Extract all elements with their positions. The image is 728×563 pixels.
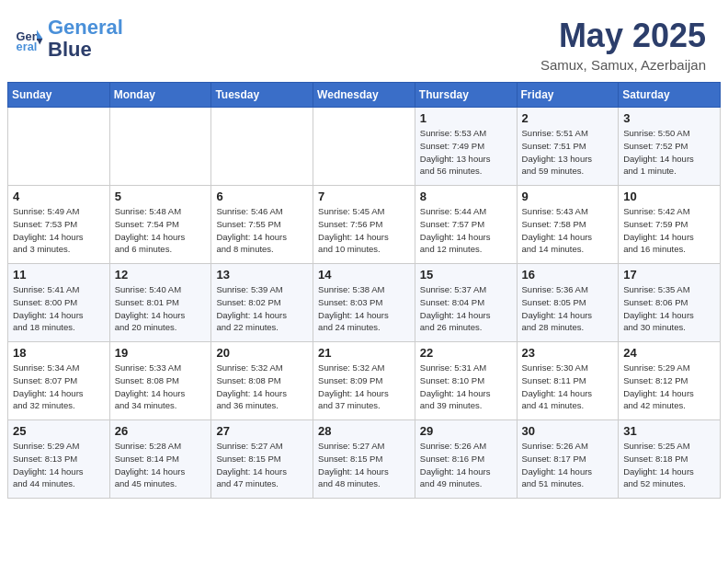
day-number: 22	[420, 346, 512, 360]
day-cell-1-5: 9Sunrise: 5:43 AMSunset: 7:58 PMDaylight…	[517, 186, 619, 264]
day-number: 12	[115, 268, 207, 282]
day-cell-4-2: 27Sunrise: 5:27 AMSunset: 8:15 PMDayligh…	[211, 420, 313, 499]
col-saturday: Saturday	[619, 83, 721, 108]
day-number: 29	[420, 424, 512, 438]
day-number: 2	[522, 111, 614, 125]
day-info: Sunrise: 5:39 AMSunset: 8:02 PMDaylight:…	[216, 283, 308, 334]
day-number: 4	[13, 190, 105, 203]
week-row-4: 18Sunrise: 5:34 AMSunset: 8:07 PMDayligh…	[8, 342, 721, 420]
day-cell-0-1	[109, 108, 211, 186]
day-info: Sunrise: 5:32 AMSunset: 8:08 PMDaylight:…	[216, 362, 308, 412]
day-info: Sunrise: 5:37 AMSunset: 8:04 PMDaylight:…	[420, 283, 512, 334]
day-cell-0-2	[211, 108, 313, 186]
calendar-table: Sunday Monday Tuesday Wednesday Thursday…	[7, 82, 721, 499]
week-row-5: 25Sunrise: 5:29 AMSunset: 8:13 PMDayligh…	[8, 420, 721, 499]
day-info: Sunrise: 5:46 AMSunset: 7:55 PMDaylight:…	[216, 205, 308, 256]
day-cell-4-3: 28Sunrise: 5:27 AMSunset: 8:15 PMDayligh…	[313, 420, 415, 499]
day-number: 21	[318, 346, 410, 360]
svg-text:eral: eral	[17, 40, 38, 53]
day-number: 3	[623, 111, 715, 125]
day-number: 26	[115, 424, 207, 438]
day-cell-4-4: 29Sunrise: 5:26 AMSunset: 8:16 PMDayligh…	[415, 420, 517, 499]
col-monday: Monday	[109, 83, 211, 108]
day-info: Sunrise: 5:27 AMSunset: 8:15 PMDaylight:…	[318, 440, 410, 490]
page-header: Gen eral GeneralBlue May 2025 Samux, Sam…	[0, 0, 728, 82]
day-cell-3-6: 24Sunrise: 5:29 AMSunset: 8:12 PMDayligh…	[619, 342, 721, 420]
day-info: Sunrise: 5:38 AMSunset: 8:03 PMDaylight:…	[318, 283, 410, 334]
calendar-header: Sunday Monday Tuesday Wednesday Thursday…	[8, 83, 721, 108]
calendar-container: Sunday Monday Tuesday Wednesday Thursday…	[0, 82, 728, 506]
day-number: 13	[216, 268, 308, 282]
day-info: Sunrise: 5:29 AMSunset: 8:13 PMDaylight:…	[13, 440, 105, 490]
day-cell-2-5: 16Sunrise: 5:36 AMSunset: 8:05 PMDayligh…	[517, 264, 619, 342]
day-number: 30	[522, 424, 614, 438]
day-info: Sunrise: 5:33 AMSunset: 8:08 PMDaylight:…	[115, 362, 207, 412]
week-row-2: 4Sunrise: 5:49 AMSunset: 7:53 PMDaylight…	[8, 186, 721, 264]
day-number: 23	[522, 346, 614, 360]
logo-text: GeneralBlue	[48, 17, 123, 61]
day-info: Sunrise: 5:40 AMSunset: 8:01 PMDaylight:…	[115, 283, 207, 334]
day-info: Sunrise: 5:36 AMSunset: 8:05 PMDaylight:…	[522, 283, 614, 334]
day-number: 6	[216, 190, 308, 203]
day-info: Sunrise: 5:44 AMSunset: 7:57 PMDaylight:…	[420, 205, 512, 256]
day-cell-4-5: 30Sunrise: 5:26 AMSunset: 8:17 PMDayligh…	[517, 420, 619, 499]
day-info: Sunrise: 5:51 AMSunset: 7:51 PMDaylight:…	[522, 127, 614, 178]
day-info: Sunrise: 5:42 AMSunset: 7:59 PMDaylight:…	[623, 205, 715, 256]
day-number: 10	[623, 190, 715, 203]
day-cell-2-6: 17Sunrise: 5:35 AMSunset: 8:06 PMDayligh…	[619, 264, 721, 342]
svg-marker-2	[37, 30, 42, 40]
day-info: Sunrise: 5:27 AMSunset: 8:15 PMDaylight:…	[216, 440, 308, 490]
day-number: 25	[13, 424, 105, 438]
day-cell-4-0: 25Sunrise: 5:29 AMSunset: 8:13 PMDayligh…	[8, 420, 110, 499]
day-number: 8	[420, 190, 512, 203]
day-cell-4-1: 26Sunrise: 5:28 AMSunset: 8:14 PMDayligh…	[109, 420, 211, 499]
day-number: 19	[115, 346, 207, 360]
day-number: 14	[318, 268, 410, 282]
col-friday: Friday	[517, 83, 619, 108]
week-row-3: 11Sunrise: 5:41 AMSunset: 8:00 PMDayligh…	[8, 264, 721, 342]
logo-icon: Gen eral	[15, 24, 44, 53]
day-cell-2-3: 14Sunrise: 5:38 AMSunset: 8:03 PMDayligh…	[313, 264, 415, 342]
day-number: 28	[318, 424, 410, 438]
day-info: Sunrise: 5:48 AMSunset: 7:54 PMDaylight:…	[115, 205, 207, 256]
calendar-body: 1Sunrise: 5:53 AMSunset: 7:49 PMDaylight…	[8, 108, 721, 499]
day-cell-1-3: 7Sunrise: 5:45 AMSunset: 7:56 PMDaylight…	[313, 186, 415, 264]
day-number: 5	[115, 190, 207, 203]
subtitle: Samux, Samux, Azerbaijan	[540, 57, 706, 73]
day-cell-1-6: 10Sunrise: 5:42 AMSunset: 7:59 PMDayligh…	[619, 186, 721, 264]
day-number: 15	[420, 268, 512, 282]
day-number: 16	[522, 268, 614, 282]
day-number: 27	[216, 424, 308, 438]
day-info: Sunrise: 5:49 AMSunset: 7:53 PMDaylight:…	[13, 205, 105, 256]
day-info: Sunrise: 5:34 AMSunset: 8:07 PMDaylight:…	[13, 362, 105, 412]
day-info: Sunrise: 5:28 AMSunset: 8:14 PMDaylight:…	[115, 440, 207, 490]
day-cell-0-6: 3Sunrise: 5:50 AMSunset: 7:52 PMDaylight…	[619, 108, 721, 186]
day-cell-3-5: 23Sunrise: 5:30 AMSunset: 8:11 PMDayligh…	[517, 342, 619, 420]
day-number: 9	[522, 190, 614, 203]
day-cell-0-4: 1Sunrise: 5:53 AMSunset: 7:49 PMDaylight…	[415, 108, 517, 186]
day-cell-4-6: 31Sunrise: 5:25 AMSunset: 8:18 PMDayligh…	[619, 420, 721, 499]
day-cell-0-0	[8, 108, 110, 186]
day-cell-2-2: 13Sunrise: 5:39 AMSunset: 8:02 PMDayligh…	[211, 264, 313, 342]
day-info: Sunrise: 5:35 AMSunset: 8:06 PMDaylight:…	[623, 283, 715, 334]
day-number: 1	[420, 111, 512, 125]
day-cell-1-0: 4Sunrise: 5:49 AMSunset: 7:53 PMDaylight…	[8, 186, 110, 264]
day-info: Sunrise: 5:25 AMSunset: 8:18 PMDaylight:…	[623, 440, 715, 490]
day-cell-1-1: 5Sunrise: 5:48 AMSunset: 7:54 PMDaylight…	[109, 186, 211, 264]
day-cell-2-1: 12Sunrise: 5:40 AMSunset: 8:01 PMDayligh…	[109, 264, 211, 342]
day-cell-0-3	[313, 108, 415, 186]
day-info: Sunrise: 5:29 AMSunset: 8:12 PMDaylight:…	[623, 362, 715, 412]
day-cell-3-4: 22Sunrise: 5:31 AMSunset: 8:10 PMDayligh…	[415, 342, 517, 420]
col-thursday: Thursday	[415, 83, 517, 108]
day-cell-1-2: 6Sunrise: 5:46 AMSunset: 7:55 PMDaylight…	[211, 186, 313, 264]
day-cell-3-0: 18Sunrise: 5:34 AMSunset: 8:07 PMDayligh…	[8, 342, 110, 420]
day-cell-2-0: 11Sunrise: 5:41 AMSunset: 8:00 PMDayligh…	[8, 264, 110, 342]
day-info: Sunrise: 5:30 AMSunset: 8:11 PMDaylight:…	[522, 362, 614, 412]
col-sunday: Sunday	[8, 83, 110, 108]
week-row-1: 1Sunrise: 5:53 AMSunset: 7:49 PMDaylight…	[8, 108, 721, 186]
day-info: Sunrise: 5:43 AMSunset: 7:58 PMDaylight:…	[522, 205, 614, 256]
day-cell-3-1: 19Sunrise: 5:33 AMSunset: 8:08 PMDayligh…	[109, 342, 211, 420]
day-info: Sunrise: 5:45 AMSunset: 7:56 PMDaylight:…	[318, 205, 410, 256]
day-cell-3-2: 20Sunrise: 5:32 AMSunset: 8:08 PMDayligh…	[211, 342, 313, 420]
day-info: Sunrise: 5:31 AMSunset: 8:10 PMDaylight:…	[420, 362, 512, 412]
